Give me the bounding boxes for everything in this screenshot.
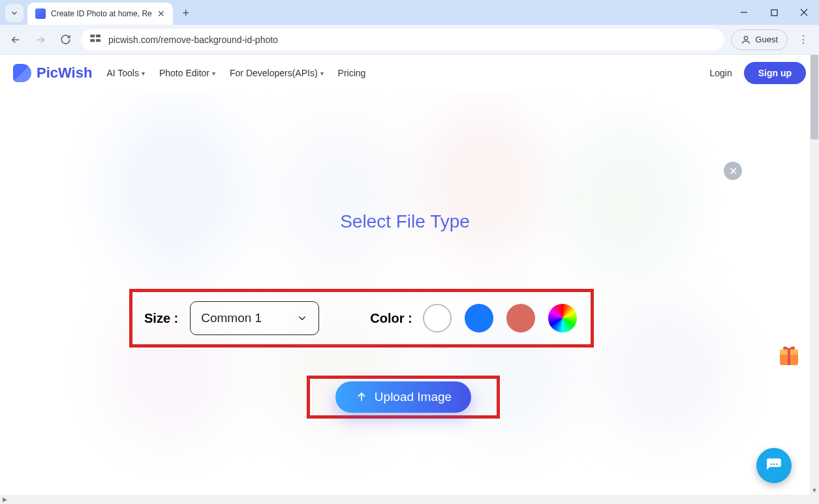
forward-button[interactable] [31,31,50,49]
scroll-thumb[interactable] [811,55,818,140]
svg-rect-6 [90,39,95,42]
site-settings-icon[interactable] [90,34,102,45]
color-swatches [423,304,577,333]
window-close-button[interactable] [789,0,819,25]
color-swatch-red[interactable] [506,304,535,333]
browser-tab-strip: Create ID Photo at home, Re ✕ + [0,0,819,25]
nav-developers[interactable]: For Developers(APIs)▾ [230,68,324,78]
nav-photo-editor[interactable]: Photo Editor▾ [159,68,215,78]
address-bar[interactable]: picwish.com/remove-background-id-photo [81,29,724,51]
logo-icon [13,64,31,82]
svg-point-8 [745,36,748,39]
upload-highlight: Upload Image [307,376,500,419]
reload-button[interactable] [56,31,74,49]
file-type-modal: ✕ Select File Type Size : Common 1 Color… [0,91,810,495]
site-header: PicWish AI Tools▾ Photo Editor▾ For Deve… [0,55,819,91]
window-controls [729,0,819,25]
browser-tab[interactable]: Create ID Photo at home, Re ✕ [27,3,173,25]
svg-rect-7 [96,39,100,42]
minimize-button[interactable] [729,0,759,25]
signup-button[interactable]: Sign up [744,62,806,84]
chat-icon [765,457,782,474]
color-swatch-blue[interactable] [465,304,493,333]
color-swatch-white[interactable] [423,304,452,333]
profile-button[interactable]: Guest [731,29,788,50]
chevron-down-icon: ▾ [212,70,215,77]
nav-pricing[interactable]: Pricing [338,68,366,78]
scroll-right-arrow[interactable]: ▶ [0,495,9,504]
tab-favicon [35,8,46,19]
url-text: picwish.com/remove-background-id-photo [108,35,278,45]
size-label: Size : [144,311,178,326]
modal-title: Select File Type [0,211,810,232]
upload-image-button[interactable]: Upload Image [335,381,471,413]
profile-label: Guest [755,35,778,44]
modal-close-button[interactable]: ✕ [724,162,742,180]
back-button[interactable] [7,31,25,49]
horizontal-scrollbar[interactable]: ◀ ▶ [0,495,810,504]
options-row-highlight: Size : Common 1 Color : [129,289,594,348]
tab-title: Create ID Photo at home, Re [51,9,152,18]
color-label: Color : [370,311,412,326]
svg-rect-5 [96,35,100,37]
vertical-scrollbar[interactable]: ▲ ▼ [810,55,819,495]
svg-rect-11 [788,348,790,365]
scroll-down-arrow[interactable]: ▼ [810,486,819,495]
svg-rect-4 [90,35,95,37]
tab-search-button[interactable] [5,4,23,22]
logo[interactable]: PicWish [13,64,92,82]
upload-icon [355,391,368,404]
svg-rect-1 [771,10,777,16]
scroll-corner [810,495,819,504]
size-select[interactable]: Common 1 [190,301,319,335]
chat-button[interactable] [756,448,792,483]
chevron-down-icon [296,312,308,324]
chevron-down-icon: ▾ [320,70,324,77]
nav-ai-tools[interactable]: AI Tools▾ [106,68,145,78]
new-tab-button[interactable]: + [177,4,195,22]
gift-promo-button[interactable] [776,342,802,368]
size-select-value: Common 1 [201,311,262,325]
browser-toolbar: picwish.com/remove-background-id-photo G… [0,25,819,55]
logo-text: PicWish [37,65,92,82]
upload-label: Upload Image [375,390,452,404]
maximize-button[interactable] [759,0,789,25]
color-swatch-custom[interactable] [548,304,577,333]
browser-menu-button[interactable]: ⋮ [794,33,812,46]
page-viewport: PicWish AI Tools▾ Photo Editor▾ For Deve… [0,55,819,504]
chevron-down-icon: ▾ [142,70,145,77]
login-link[interactable]: Login [709,68,732,78]
close-icon[interactable]: ✕ [157,8,165,19]
